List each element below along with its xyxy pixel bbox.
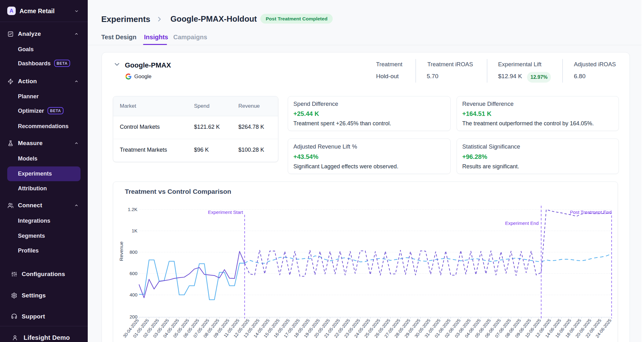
svg-text:Experiment Start: Experiment Start xyxy=(208,209,243,215)
svg-text:Revenue: Revenue xyxy=(119,242,124,261)
svg-text:200: 200 xyxy=(130,314,137,319)
svg-text:1.2K: 1.2K xyxy=(128,207,137,212)
svg-text:1K: 1K xyxy=(132,228,137,233)
svg-text:600: 600 xyxy=(130,271,137,276)
svg-text:Post Treatment End: Post Treatment End xyxy=(570,209,612,215)
svg-text:400: 400 xyxy=(130,292,137,297)
svg-text:Experiment End: Experiment End xyxy=(505,220,539,226)
svg-text:800: 800 xyxy=(130,249,137,255)
